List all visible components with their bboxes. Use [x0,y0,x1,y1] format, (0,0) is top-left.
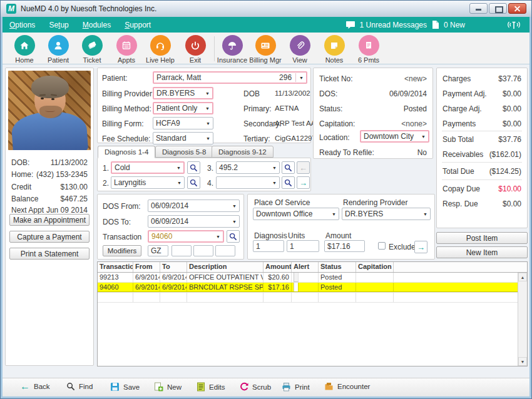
make-appointment-button[interactable]: Make an Appointment [9,214,90,226]
diagnosis-4-search-button[interactable] [282,176,295,189]
billing-form-select[interactable]: HCFA9▼ [153,117,213,129]
edits-button[interactable]: Edits [197,382,225,391]
minimize-button[interactable] [469,3,488,14]
chevron-down-icon: ▼ [332,212,336,216]
save-button[interactable]: Save [110,382,140,391]
next-arrow-button[interactable]: → [297,176,310,189]
secondary-value: ARP Test AARPAB [275,119,311,127]
alert-checkbox[interactable] [294,273,299,282]
close-button[interactable] [508,3,526,14]
patient-select[interactable]: Parrack, Matt 296 ▼ [153,71,307,84]
toolbar-insurance[interactable]: Insurance [215,35,249,64]
toolbar-appts[interactable]: Appts [110,35,143,64]
billing-provider-select[interactable]: DR.BYERS▼ [153,87,213,99]
modifiers-button[interactable]: Modifiers [103,245,141,256]
next-appt-value: Jun 09 2014 [46,206,88,215]
table-scrollbar[interactable]: ▲ ▼ [518,273,527,366]
post-line-arrow-button[interactable]: → [414,241,427,253]
arrow-right-icon: → [299,178,307,188]
print-statement-button[interactable]: Print a Statement [9,248,90,260]
toolbar-exit[interactable]: Exit [178,35,212,64]
toolbar-notes[interactable]: Notes [317,35,351,64]
new-docs-label[interactable]: 0 New [444,21,465,29]
app-window: M NueMD 4.0 by Nuesoft Technologies Inc.… [0,0,532,399]
new-item-button[interactable]: New Item [436,246,528,258]
toolbar-home[interactable]: Home [8,35,41,64]
back-button[interactable]: ←Back [20,382,50,391]
window-title: NueMD 4.0 by Nuesoft Technologies Inc. [21,4,156,13]
dob-value: 11/13/2002 [51,158,88,167]
amount-input[interactable]: $17.16 [324,240,365,252]
menu-options[interactable]: Options [3,17,42,33]
menu-setup[interactable]: Setup [42,17,75,33]
next-appt-label: Next Appt [11,206,44,215]
toolbar-payments[interactable]: 6 Pmts [352,35,386,64]
diagnosis-3-search-button[interactable] [282,161,295,174]
transaction-select[interactable]: 94060▼ [148,230,224,243]
toolbar-patient[interactable]: Patient [41,35,75,64]
toolbar-view[interactable]: View [283,35,317,64]
modifier-3-input[interactable] [193,245,213,256]
payments-label: Payments [442,119,476,128]
scrub-button[interactable]: Scrub [239,382,271,391]
maximize-button[interactable] [489,3,507,14]
fee-schedule-select[interactable]: Standard▼ [153,132,213,144]
modifier-2-input[interactable] [171,245,192,256]
toolbar-live-help[interactable]: Live Help [143,35,177,64]
capture-payment-button[interactable]: Capture a Payment [9,231,90,243]
summary-panel: Charges$37.76 Payment Adj.$0.00 Charge A… [436,68,528,228]
transaction-search-button[interactable] [227,230,240,243]
scroll-down-icon[interactable]: ▼ [518,357,527,366]
toolbar-separator [214,36,215,61]
line-diagnosis-input[interactable]: 1 [253,240,284,252]
unread-messages-label[interactable]: 1 Unread Messages [360,21,427,29]
wireless-icon [506,19,522,30]
ticket-no-label: Ticket No: [319,74,353,83]
pos-select[interactable]: Downtown Office▼ [253,208,339,220]
diagnosis-3-select[interactable]: 495.2▼ [216,161,280,174]
diagnosis-4-select[interactable]: ▼ [216,176,280,189]
diagnosis-1-search-button[interactable] [187,161,200,174]
form-dob-value: 11/13/2002 [275,89,310,97]
diagnosis-2-search-button[interactable] [187,176,200,189]
post-item-button[interactable]: Post Item [436,232,528,244]
location-select[interactable]: Downtown City▼ [360,130,429,143]
modifier-4-input[interactable] [215,245,235,256]
dos-to-select[interactable]: 06/09/2014▼ [148,215,240,228]
units-input[interactable]: 1 [287,240,319,252]
toolbar-ticket[interactable]: Ticket [75,35,109,64]
patient-id: 296 [279,73,296,82]
new-button[interactable]: New [154,382,182,391]
scroll-up-icon[interactable]: ▲ [518,273,527,281]
chevron-down-icon: ▼ [299,76,304,80]
dos-value: 06/09/2014 [389,89,427,98]
chevron-down-icon: ▼ [232,220,237,224]
menu-support[interactable]: Support [118,17,158,33]
rendering-provider-select[interactable]: DR.BYERS▼ [342,208,431,220]
table-row-selected[interactable]: 94060 6/9/2014 6/9/2014 BRNCDILAT RSPSE … [98,283,527,293]
floppy-disk-icon [110,382,120,391]
menubar: Options Setup Modules Support 1 Unread M… [3,17,529,33]
menu-modules[interactable]: Modules [76,17,118,33]
exclude-checkbox[interactable] [378,242,386,250]
tab-diagnosis-1-4[interactable]: Diagnosis 1-4 [98,146,155,158]
search-icon [284,164,292,172]
encounter-button[interactable]: Encounter [324,382,370,391]
credit-label: Credit [11,183,31,191]
print-button[interactable]: Print [282,382,310,391]
tab-diagnosis-9-12[interactable]: Diagnosis 9-12 [212,146,274,158]
table-row[interactable]: 99213 6/9/2014 6/9/2014 OFFICE OUTPATIEN… [98,273,527,283]
alert-checkbox[interactable] [294,283,299,292]
toolbar-billing-mgr[interactable]: Billing Mgr [248,35,282,64]
chevron-down-icon: ▼ [205,91,210,96]
payment-adj-value: $0.00 [503,89,521,98]
diagnosis-2-select[interactable]: Laryngitis▼ [111,176,185,189]
dos-from-select[interactable]: 06/09/2014▼ [148,200,240,212]
tab-diagnosis-5-8[interactable]: Diagnosis 5-8 [155,146,213,158]
find-button[interactable]: Find [66,382,93,391]
power-icon [185,35,206,56]
billing-method-select[interactable]: Patient Only▼ [153,102,213,114]
diagnosis-1-select[interactable]: Cold▼ [111,161,185,174]
modifier-1-input[interactable]: GZ [148,245,168,256]
prev-arrow-button[interactable]: ← [297,161,310,174]
